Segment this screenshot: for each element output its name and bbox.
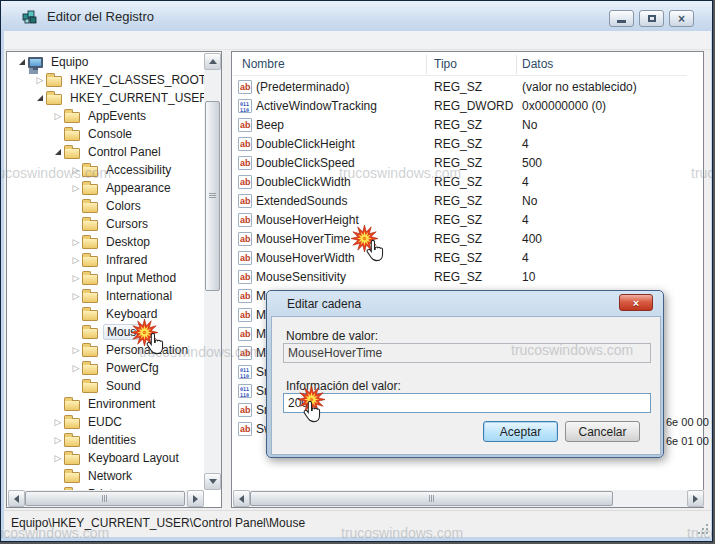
tree-item[interactable]: Mouse [8,323,204,341]
registry-value-row[interactable]: (Predeterminado) REG_SZ (valor no establ… [233,78,687,97]
tree-item[interactable]: HKEY_CLASSES_ROOT [8,71,204,89]
tree-item[interactable]: AppEvents [8,107,204,125]
menu-item[interactable] [10,39,26,41]
registry-tree: Equipo HKEY_CLASSES_ROOT HKEY_CURRENT_US… [8,53,204,490]
tree-item-label: HKEY_CURRENT_USER [67,90,204,106]
expander-icon[interactable] [34,93,46,103]
value-type-icon [238,118,252,132]
tree-node-icon [28,57,43,68]
scroll-left-button[interactable] [8,490,25,507]
tree-item[interactable]: Keyboard [8,305,204,323]
menu-item[interactable] [26,39,42,41]
value-type: REG_SZ [434,213,482,227]
column-header-tipo[interactable]: Tipo [434,57,457,71]
tree-item[interactable]: Accessibility [8,161,204,179]
tree-item[interactable]: Cursors [8,215,204,233]
tree-item[interactable]: Desktop [8,233,204,251]
expander-icon[interactable] [34,75,46,85]
value-type: REG_SZ [434,270,482,284]
close-button[interactable]: × [669,10,694,27]
tree-item[interactable]: Control Panel [8,143,204,161]
registry-value-row[interactable]: MouseHoverTime REG_SZ 400 [233,230,687,249]
expander-icon[interactable] [70,165,82,175]
registry-value-row[interactable]: Beep REG_SZ No [233,116,687,135]
tree-node-icon [82,310,98,321]
resize-grip[interactable] [698,523,709,534]
value-type-icon [238,289,252,303]
tree-item[interactable]: International [8,287,204,305]
tree-item[interactable]: Identities [8,431,204,449]
tree-item[interactable]: Input Method [8,269,204,287]
tree-item[interactable]: Network [8,467,204,485]
tree-vertical-scrollbar[interactable] [204,53,221,490]
value-type: REG_SZ [434,80,482,94]
value-type-icon [238,194,252,208]
tree-item[interactable]: Colors [8,197,204,215]
tree-item-label: Console [85,126,135,142]
scroll-right-button[interactable] [687,490,704,507]
value-data: 10 [522,270,535,284]
menu-item[interactable] [42,39,58,41]
registry-value-row[interactable]: DoubleClickWidth REG_SZ 4 [233,173,687,192]
registry-value-row[interactable]: MouseSensitivity REG_SZ 10 [233,268,687,287]
dialog-close-button[interactable]: × [619,294,653,311]
tree-item[interactable]: Appearance [8,179,204,197]
tree-item[interactable]: EUDC [8,413,204,431]
scroll-left-button[interactable] [233,490,250,507]
minimize-button[interactable] [609,10,634,27]
tree-item[interactable]: HKEY_CURRENT_USER [8,89,204,107]
value-type-icon [238,270,252,284]
tree-item[interactable]: Equipo [8,53,204,71]
tree-hscrollbar-thumb[interactable] [25,491,185,506]
tree-item[interactable]: Console [8,125,204,143]
scroll-down-button[interactable] [204,473,221,490]
expander-icon[interactable] [52,147,64,157]
menu-item[interactable] [74,39,90,41]
value-name: MouseHoverTime [256,232,350,246]
registry-value-row[interactable]: DoubleClickHeight REG_SZ 4 [233,135,687,154]
arrow-right-icon [693,495,698,503]
value-name: ExtendedSounds [256,194,347,208]
tree-item[interactable]: PowerCfg [8,359,204,377]
registry-value-row[interactable]: MouseHoverHeight REG_SZ 4 [233,211,687,230]
tree-scrollbar-thumb[interactable] [205,101,220,291]
expander-icon[interactable] [70,363,82,373]
expander-icon[interactable] [52,111,64,121]
list-hscrollbar-thumb[interactable] [250,491,613,506]
registry-value-row[interactable]: MouseHoverWidth REG_SZ 4 [233,249,687,268]
tree-item[interactable]: Keyboard Layout [8,449,204,467]
expander-icon[interactable] [70,291,82,301]
value-data-field[interactable]: 200 [283,393,651,413]
expander-icon[interactable] [70,345,82,355]
scroll-up-button[interactable] [204,53,221,70]
tree-item[interactable]: Sound [8,377,204,395]
tree-item[interactable]: Environment [8,395,204,413]
tree-horizontal-scrollbar[interactable] [8,490,204,507]
tree-item[interactable]: Personalization [8,341,204,359]
value-name: DoubleClickWidth [256,175,351,189]
tree-node-icon [64,436,80,447]
expander-icon[interactable] [16,57,28,67]
registry-value-row[interactable]: ActiveWindowTracking REG_DWORD 0x0000000… [233,97,687,116]
scroll-right-button[interactable] [187,490,204,507]
cancel-button[interactable]: Cancelar [565,421,640,442]
expander-icon[interactable] [52,453,64,463]
expander-icon[interactable] [70,183,82,193]
accept-button[interactable]: Aceptar [483,421,558,442]
menu-item[interactable] [58,39,74,41]
expander-icon[interactable] [52,417,64,427]
registry-value-row[interactable]: ExtendedSounds REG_SZ No [233,192,687,211]
registry-value-row[interactable]: DoubleClickSpeed REG_SZ 500 [233,154,687,173]
restore-button[interactable] [639,10,664,27]
regedit-app-icon [22,9,38,25]
expander-icon[interactable] [70,255,82,265]
dialog-title: Editar cadena [287,297,361,311]
column-header-nombre[interactable]: Nombre [242,57,285,71]
tree-item[interactable]: Infrared [8,251,204,269]
column-header-datos[interactable]: Datos [522,57,553,71]
expander-icon[interactable] [52,435,64,445]
expander-icon[interactable] [70,237,82,247]
expander-icon[interactable] [70,273,82,283]
list-horizontal-scrollbar[interactable] [233,490,704,507]
tree-item-label: International [103,288,175,304]
